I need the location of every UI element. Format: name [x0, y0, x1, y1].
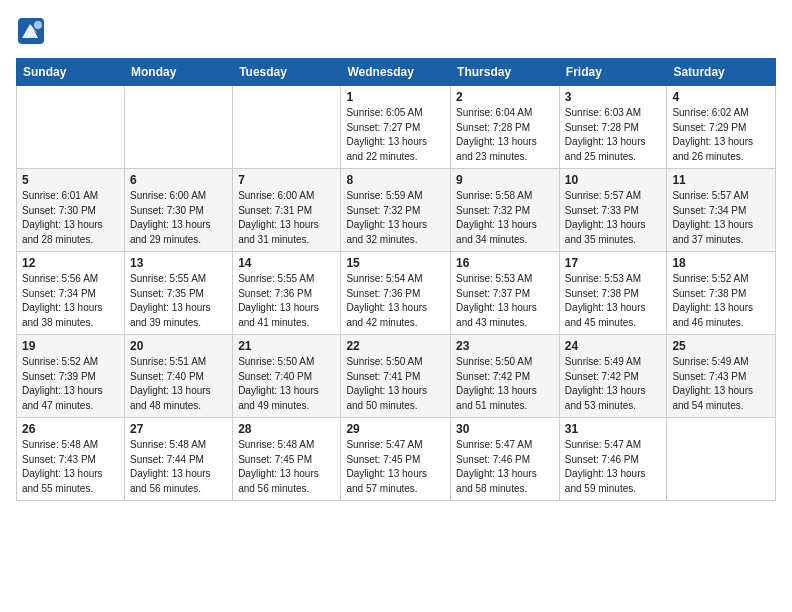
day-info: Sunrise: 5:53 AM Sunset: 7:37 PM Dayligh…: [456, 272, 554, 330]
day-number: 5: [22, 173, 119, 187]
day-number: 27: [130, 422, 227, 436]
day-info: Sunrise: 6:04 AM Sunset: 7:28 PM Dayligh…: [456, 106, 554, 164]
day-number: 18: [672, 256, 770, 270]
day-info: Sunrise: 6:01 AM Sunset: 7:30 PM Dayligh…: [22, 189, 119, 247]
day-number: 17: [565, 256, 662, 270]
day-number: 1: [346, 90, 445, 104]
calendar-day-cell: [233, 86, 341, 169]
day-info: Sunrise: 5:57 AM Sunset: 7:33 PM Dayligh…: [565, 189, 662, 247]
day-number: 24: [565, 339, 662, 353]
day-number: 26: [22, 422, 119, 436]
day-info: Sunrise: 5:50 AM Sunset: 7:40 PM Dayligh…: [238, 355, 335, 413]
day-info: Sunrise: 5:48 AM Sunset: 7:43 PM Dayligh…: [22, 438, 119, 496]
day-info: Sunrise: 6:03 AM Sunset: 7:28 PM Dayligh…: [565, 106, 662, 164]
calendar-day-cell: 20Sunrise: 5:51 AM Sunset: 7:40 PM Dayli…: [124, 335, 232, 418]
day-number: 30: [456, 422, 554, 436]
calendar-day-cell: 31Sunrise: 5:47 AM Sunset: 7:46 PM Dayli…: [559, 418, 667, 501]
calendar-day-cell: 9Sunrise: 5:58 AM Sunset: 7:32 PM Daylig…: [451, 169, 560, 252]
calendar-day-cell: 15Sunrise: 5:54 AM Sunset: 7:36 PM Dayli…: [341, 252, 451, 335]
day-of-week-header: Monday: [124, 59, 232, 86]
day-info: Sunrise: 5:49 AM Sunset: 7:42 PM Dayligh…: [565, 355, 662, 413]
day-number: 29: [346, 422, 445, 436]
calendar-week-row: 5Sunrise: 6:01 AM Sunset: 7:30 PM Daylig…: [17, 169, 776, 252]
calendar-day-cell: 24Sunrise: 5:49 AM Sunset: 7:42 PM Dayli…: [559, 335, 667, 418]
calendar-day-cell: 19Sunrise: 5:52 AM Sunset: 7:39 PM Dayli…: [17, 335, 125, 418]
day-of-week-header: Wednesday: [341, 59, 451, 86]
calendar-week-row: 12Sunrise: 5:56 AM Sunset: 7:34 PM Dayli…: [17, 252, 776, 335]
calendar-day-cell: 22Sunrise: 5:50 AM Sunset: 7:41 PM Dayli…: [341, 335, 451, 418]
day-info: Sunrise: 5:49 AM Sunset: 7:43 PM Dayligh…: [672, 355, 770, 413]
calendar-day-cell: 16Sunrise: 5:53 AM Sunset: 7:37 PM Dayli…: [451, 252, 560, 335]
day-number: 3: [565, 90, 662, 104]
day-info: Sunrise: 5:48 AM Sunset: 7:44 PM Dayligh…: [130, 438, 227, 496]
day-info: Sunrise: 5:48 AM Sunset: 7:45 PM Dayligh…: [238, 438, 335, 496]
day-number: 20: [130, 339, 227, 353]
day-number: 7: [238, 173, 335, 187]
calendar-day-cell: 3Sunrise: 6:03 AM Sunset: 7:28 PM Daylig…: [559, 86, 667, 169]
day-number: 10: [565, 173, 662, 187]
day-number: 2: [456, 90, 554, 104]
calendar-day-cell: [667, 418, 776, 501]
calendar-day-cell: 13Sunrise: 5:55 AM Sunset: 7:35 PM Dayli…: [124, 252, 232, 335]
day-of-week-header: Saturday: [667, 59, 776, 86]
day-number: 25: [672, 339, 770, 353]
calendar-day-cell: 7Sunrise: 6:00 AM Sunset: 7:31 PM Daylig…: [233, 169, 341, 252]
day-info: Sunrise: 5:55 AM Sunset: 7:36 PM Dayligh…: [238, 272, 335, 330]
day-info: Sunrise: 5:53 AM Sunset: 7:38 PM Dayligh…: [565, 272, 662, 330]
calendar-day-cell: [124, 86, 232, 169]
calendar-day-cell: 11Sunrise: 5:57 AM Sunset: 7:34 PM Dayli…: [667, 169, 776, 252]
day-info: Sunrise: 5:56 AM Sunset: 7:34 PM Dayligh…: [22, 272, 119, 330]
day-info: Sunrise: 5:52 AM Sunset: 7:39 PM Dayligh…: [22, 355, 119, 413]
day-number: 21: [238, 339, 335, 353]
calendar-week-row: 1Sunrise: 6:05 AM Sunset: 7:27 PM Daylig…: [17, 86, 776, 169]
day-info: Sunrise: 6:00 AM Sunset: 7:30 PM Dayligh…: [130, 189, 227, 247]
day-info: Sunrise: 5:59 AM Sunset: 7:32 PM Dayligh…: [346, 189, 445, 247]
day-info: Sunrise: 6:02 AM Sunset: 7:29 PM Dayligh…: [672, 106, 770, 164]
calendar-day-cell: 28Sunrise: 5:48 AM Sunset: 7:45 PM Dayli…: [233, 418, 341, 501]
calendar-week-row: 26Sunrise: 5:48 AM Sunset: 7:43 PM Dayli…: [17, 418, 776, 501]
day-info: Sunrise: 6:05 AM Sunset: 7:27 PM Dayligh…: [346, 106, 445, 164]
day-number: 16: [456, 256, 554, 270]
day-info: Sunrise: 5:55 AM Sunset: 7:35 PM Dayligh…: [130, 272, 227, 330]
day-number: 28: [238, 422, 335, 436]
calendar-day-cell: 23Sunrise: 5:50 AM Sunset: 7:42 PM Dayli…: [451, 335, 560, 418]
day-info: Sunrise: 5:52 AM Sunset: 7:38 PM Dayligh…: [672, 272, 770, 330]
svg-point-1: [34, 21, 42, 29]
day-number: 19: [22, 339, 119, 353]
day-number: 6: [130, 173, 227, 187]
page-header: [16, 16, 776, 46]
calendar-header-row: SundayMondayTuesdayWednesdayThursdayFrid…: [17, 59, 776, 86]
calendar-day-cell: 21Sunrise: 5:50 AM Sunset: 7:40 PM Dayli…: [233, 335, 341, 418]
calendar-day-cell: 26Sunrise: 5:48 AM Sunset: 7:43 PM Dayli…: [17, 418, 125, 501]
day-number: 22: [346, 339, 445, 353]
day-info: Sunrise: 5:58 AM Sunset: 7:32 PM Dayligh…: [456, 189, 554, 247]
day-number: 4: [672, 90, 770, 104]
calendar-day-cell: 2Sunrise: 6:04 AM Sunset: 7:28 PM Daylig…: [451, 86, 560, 169]
calendar-day-cell: 4Sunrise: 6:02 AM Sunset: 7:29 PM Daylig…: [667, 86, 776, 169]
day-info: Sunrise: 5:47 AM Sunset: 7:45 PM Dayligh…: [346, 438, 445, 496]
day-info: Sunrise: 6:00 AM Sunset: 7:31 PM Dayligh…: [238, 189, 335, 247]
calendar-day-cell: 25Sunrise: 5:49 AM Sunset: 7:43 PM Dayli…: [667, 335, 776, 418]
calendar-day-cell: 17Sunrise: 5:53 AM Sunset: 7:38 PM Dayli…: [559, 252, 667, 335]
day-info: Sunrise: 5:50 AM Sunset: 7:41 PM Dayligh…: [346, 355, 445, 413]
day-of-week-header: Friday: [559, 59, 667, 86]
calendar-day-cell: 6Sunrise: 6:00 AM Sunset: 7:30 PM Daylig…: [124, 169, 232, 252]
day-number: 14: [238, 256, 335, 270]
day-info: Sunrise: 5:51 AM Sunset: 7:40 PM Dayligh…: [130, 355, 227, 413]
day-number: 13: [130, 256, 227, 270]
day-of-week-header: Tuesday: [233, 59, 341, 86]
calendar-day-cell: 1Sunrise: 6:05 AM Sunset: 7:27 PM Daylig…: [341, 86, 451, 169]
day-of-week-header: Thursday: [451, 59, 560, 86]
calendar-day-cell: 12Sunrise: 5:56 AM Sunset: 7:34 PM Dayli…: [17, 252, 125, 335]
logo: [16, 16, 50, 46]
calendar-table: SundayMondayTuesdayWednesdayThursdayFrid…: [16, 58, 776, 501]
day-info: Sunrise: 5:54 AM Sunset: 7:36 PM Dayligh…: [346, 272, 445, 330]
calendar-day-cell: 18Sunrise: 5:52 AM Sunset: 7:38 PM Dayli…: [667, 252, 776, 335]
calendar-week-row: 19Sunrise: 5:52 AM Sunset: 7:39 PM Dayli…: [17, 335, 776, 418]
day-info: Sunrise: 5:50 AM Sunset: 7:42 PM Dayligh…: [456, 355, 554, 413]
logo-icon: [16, 16, 46, 46]
day-info: Sunrise: 5:47 AM Sunset: 7:46 PM Dayligh…: [456, 438, 554, 496]
day-number: 11: [672, 173, 770, 187]
day-number: 23: [456, 339, 554, 353]
calendar-day-cell: 14Sunrise: 5:55 AM Sunset: 7:36 PM Dayli…: [233, 252, 341, 335]
